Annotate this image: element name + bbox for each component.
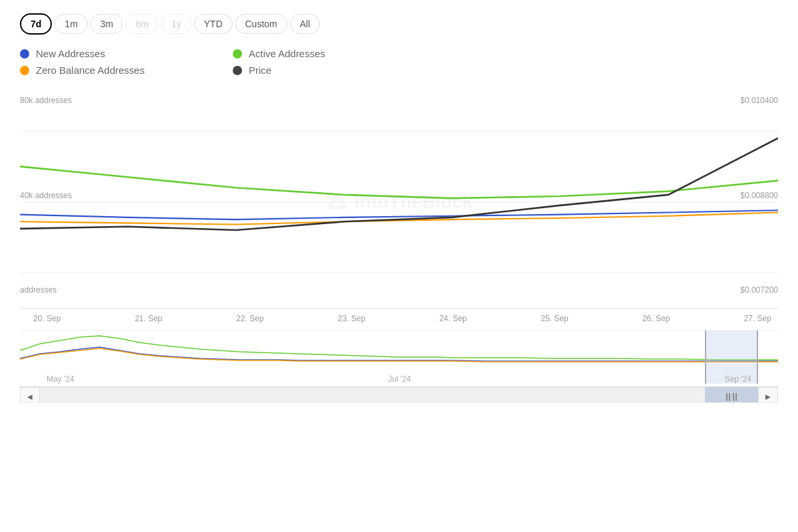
chart-legend: New Addresses Active Addresses Zero Bala…	[20, 48, 419, 76]
x-label-1: 21. Sep	[135, 314, 162, 323]
legend-label-zero-balance: Zero Balance Addresses	[36, 65, 144, 76]
legend-label-price: Price	[249, 65, 271, 76]
scroll-right-btn[interactable]: ▶	[758, 387, 778, 404]
scroll-track[interactable]	[40, 387, 758, 404]
nav-label-sep: Sep '24	[725, 374, 751, 384]
time-btn-custom[interactable]: Custom	[235, 14, 287, 34]
time-btn-1y: 1y	[162, 14, 192, 34]
legend-dot-active-addresses	[233, 49, 242, 59]
legend-dot-price	[233, 66, 242, 75]
main-chart[interactable]: 80k addresses 40k addresses addresses $0…	[20, 96, 778, 309]
time-btn-ytd[interactable]: YTD	[194, 14, 233, 34]
legend-label-new-addresses: New Addresses	[36, 48, 105, 59]
x-label-4: 24. Sep	[440, 314, 467, 323]
grip-line	[729, 393, 730, 401]
legend-dot-zero-balance	[20, 66, 29, 75]
x-label-7: 27. Sep	[744, 314, 771, 323]
time-btn-7d[interactable]: 7d	[20, 13, 52, 35]
scrollbar[interactable]: ◀ ▶	[20, 386, 778, 403]
navigator-labels: May '24 Jul '24 Sep '24	[20, 374, 778, 384]
x-label-0: 20. Sep	[33, 314, 61, 323]
legend-label-active-addresses: Active Addresses	[249, 48, 325, 59]
x-axis: 20. Sep 21. Sep 22. Sep 23. Sep 24. Sep …	[33, 309, 771, 323]
x-label-5: 25. Sep	[541, 314, 568, 323]
time-btn-3m[interactable]: 3m	[90, 14, 123, 34]
nav-label-jul: Jul '24	[388, 374, 411, 384]
x-label-6: 26. Sep	[642, 314, 670, 323]
chart-wrapper: 80k addresses 40k addresses addresses $0…	[20, 96, 778, 403]
grip-line	[733, 393, 734, 401]
legend-item-zero-balance[interactable]: Zero Balance Addresses	[20, 65, 206, 76]
legend-dot-new-addresses	[20, 49, 29, 59]
x-label-3: 23. Sep	[338, 314, 365, 323]
legend-item-price[interactable]: Price	[233, 65, 419, 76]
nav-label-may: May '24	[47, 374, 74, 384]
grip-line	[735, 393, 737, 401]
time-range-selector: 7d 1m 3m 6m 1y YTD Custom All	[20, 13, 778, 35]
grip-line	[726, 393, 728, 401]
legend-item-active-addresses[interactable]: Active Addresses	[233, 48, 419, 59]
scroll-left-btn[interactable]: ◀	[20, 387, 40, 404]
left-grip	[726, 393, 730, 401]
time-btn-all[interactable]: All	[290, 14, 321, 34]
right-grip	[733, 393, 737, 401]
legend-item-new-addresses[interactable]: New Addresses	[20, 48, 206, 59]
chart-svg-area	[20, 96, 778, 308]
navigator-chart[interactable]: May '24 Jul '24 Sep '24 ◀	[20, 330, 778, 403]
scroll-thumb[interactable]	[705, 387, 758, 404]
time-btn-6m: 6m	[126, 14, 158, 34]
x-label-2: 22. Sep	[236, 314, 263, 323]
time-btn-1m[interactable]: 1m	[55, 14, 87, 34]
